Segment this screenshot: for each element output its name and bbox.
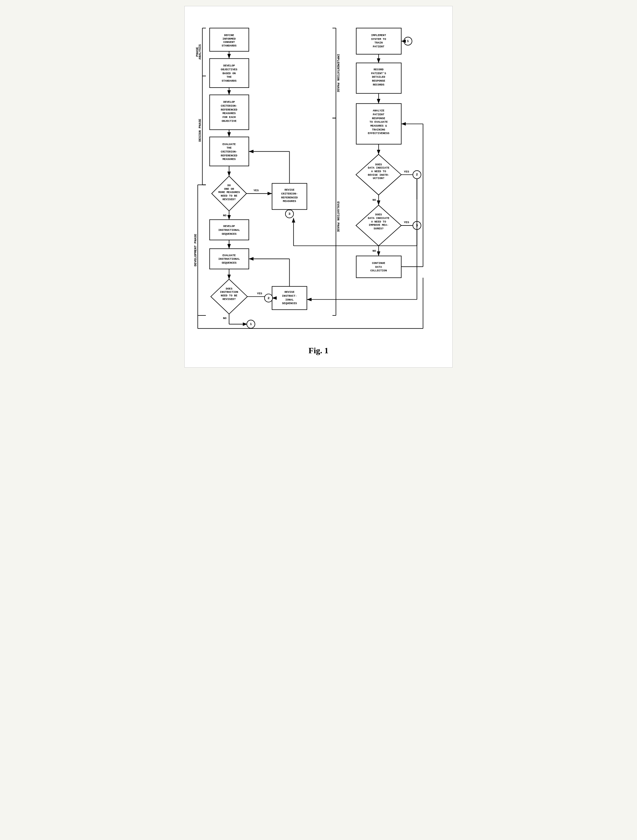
svg-text:A NEED TO: A NEED TO xyxy=(371,170,386,173)
svg-text:CONTINUE: CONTINUE xyxy=(372,262,385,265)
svg-text:CRITERION-: CRITERION- xyxy=(221,104,237,107)
svg-text:DOES: DOES xyxy=(375,163,382,166)
svg-text:INSTRUCTIONAL: INSTRUCTIONAL xyxy=(218,229,240,232)
diagram-container: text { font-family: 'Courier New', Couri… xyxy=(194,15,443,343)
svg-text:2: 2 xyxy=(416,172,418,177)
figure-label: Fig. 1 xyxy=(194,346,443,355)
development-phase-label: DEVELOPMENT PHASE xyxy=(194,234,197,266)
svg-text:SYSTEM TO: SYSTEM TO xyxy=(371,38,386,41)
define-text: DEFINE xyxy=(224,34,234,37)
svg-text:DO: DO xyxy=(227,184,231,187)
svg-text:NEED TO BE: NEED TO BE xyxy=(221,294,237,297)
svg-text:STANDARDS: STANDARDS xyxy=(222,79,237,82)
svg-text:1: 1 xyxy=(407,39,409,43)
svg-text:PATIENT: PATIENT xyxy=(373,45,384,48)
svg-text:NEED TO BE: NEED TO BE xyxy=(221,194,237,197)
svg-text:INFORMED: INFORMED xyxy=(223,37,236,41)
svg-text:REVISE INSTR-: REVISE INSTR- xyxy=(368,174,389,177)
svg-text:REVISED?: REVISED? xyxy=(223,198,236,201)
svg-text:INSTRUCT-: INSTRUCT- xyxy=(282,294,297,298)
yes-label-1: YES xyxy=(254,189,259,192)
svg-text:MEASURES: MEASURES xyxy=(223,158,236,161)
svg-text:MEASURES: MEASURES xyxy=(283,200,296,203)
svg-text:REFERENCED: REFERENCED xyxy=(281,196,298,199)
svg-text:DOES: DOES xyxy=(226,287,233,291)
svg-text:COLLECTION: COLLECTION xyxy=(370,269,387,272)
svg-text:INSTRUCTION: INSTRUCTION xyxy=(220,291,238,294)
svg-text:RECORD: RECORD xyxy=(374,68,384,71)
no-label-4: NO xyxy=(372,249,376,253)
svg-text:OBJECTIVES: OBJECTIVES xyxy=(221,68,237,71)
svg-text:CRITERION-: CRITERION- xyxy=(281,192,298,196)
no-label-1: NO xyxy=(223,214,226,217)
evaluation-phase-label: EVALUATION PHASE xyxy=(337,201,340,232)
svg-text:UCTION?: UCTION? xyxy=(373,177,384,180)
implementation-phase-label: IMPLEMENTATION PHASE xyxy=(337,54,340,92)
svg-text:1: 1 xyxy=(250,322,252,326)
svg-text:ONE OR: ONE OR xyxy=(224,187,234,191)
svg-text:DETAILED: DETAILED xyxy=(372,75,385,79)
svg-text:IMPLEMENT: IMPLEMENT xyxy=(371,34,386,37)
svg-text:DATA INDICATE: DATA INDICATE xyxy=(368,216,390,220)
svg-text:A NEED TO: A NEED TO xyxy=(371,220,386,223)
page: text { font-family: 'Courier New', Couri… xyxy=(185,6,452,368)
svg-text:REFERENCED: REFERENCED xyxy=(221,154,237,157)
flowchart-svg: text { font-family: 'Courier New', Couri… xyxy=(194,15,443,343)
no-label-3: NO xyxy=(372,198,376,202)
svg-text:IONAL: IONAL xyxy=(285,298,294,302)
svg-text:BASED ON: BASED ON xyxy=(223,72,236,75)
svg-text:OBJECTIVE: OBJECTIVE xyxy=(222,120,237,123)
svg-text:CONSENT: CONSENT xyxy=(223,41,235,44)
svg-text:EVALUATE: EVALUATE xyxy=(223,143,236,146)
yes-label-2: YES xyxy=(257,292,262,295)
svg-text:CRITERION-: CRITERION- xyxy=(221,150,237,153)
svg-text:DATA INDICATE: DATA INDICATE xyxy=(368,166,390,169)
svg-text:ANALYZE: ANALYZE xyxy=(373,109,384,112)
svg-text:2: 2 xyxy=(267,296,270,300)
svg-text:REFERENCED: REFERENCED xyxy=(221,108,237,111)
svg-text:SEQUENCES: SEQUENCES xyxy=(222,232,237,235)
develop-objectives-text: DEVELOP xyxy=(223,64,235,67)
no-label-2: NO xyxy=(223,317,226,320)
svg-text:EFFECTIVENESS: EFFECTIVENESS xyxy=(368,132,390,135)
svg-text:3: 3 xyxy=(288,212,291,216)
svg-text:DATA: DATA xyxy=(375,265,382,269)
yes-label-3: YES xyxy=(404,170,409,174)
svg-text:RECORDS: RECORDS xyxy=(373,83,384,86)
yes-label-4: YES xyxy=(404,221,409,224)
analysis-phase-label2: PHASE xyxy=(196,47,199,57)
svg-text:RESPONSE: RESPONSE xyxy=(372,79,385,82)
svg-text:THE: THE xyxy=(227,146,232,150)
svg-text:FOR EACH: FOR EACH xyxy=(223,115,236,119)
design-phase-label: DESIGN PHASE xyxy=(198,119,202,142)
svg-text:DEVELOP: DEVELOP xyxy=(223,100,235,104)
svg-text:DEVELOP: DEVELOP xyxy=(223,224,235,228)
svg-text:MORE MEASURES: MORE MEASURES xyxy=(218,191,240,194)
svg-text:RESPONSE: RESPONSE xyxy=(372,117,385,120)
svg-text:TO EVALUATE: TO EVALUATE xyxy=(370,120,388,124)
svg-text:PATIENT: PATIENT xyxy=(373,113,384,116)
svg-text:EVALUATE: EVALUATE xyxy=(223,254,236,257)
svg-text:SURES?: SURES? xyxy=(374,227,384,230)
svg-text:MEASURES &: MEASURES & xyxy=(370,124,387,128)
svg-text:REVISED?: REVISED? xyxy=(223,298,236,301)
svg-text:STANDARDS: STANDARDS xyxy=(222,44,237,47)
svg-text:TRAIN: TRAIN xyxy=(375,41,383,44)
svg-text:THE: THE xyxy=(227,75,232,79)
svg-text:PATIENT'S: PATIENT'S xyxy=(371,72,386,75)
svg-text:IMPROVE MEA-: IMPROVE MEA- xyxy=(368,223,389,227)
svg-text:REVISE: REVISE xyxy=(285,291,295,294)
svg-text:MEASURES: MEASURES xyxy=(223,112,236,115)
svg-text:TRAINING: TRAINING xyxy=(372,128,385,131)
svg-text:SEQUENCES: SEQUENCES xyxy=(282,302,297,305)
svg-text:DOES: DOES xyxy=(375,213,382,216)
svg-text:INSTRUCTIONAL: INSTRUCTIONAL xyxy=(218,257,240,261)
svg-text:REVISE: REVISE xyxy=(285,188,295,191)
svg-text:SEQUENCES: SEQUENCES xyxy=(222,261,237,265)
